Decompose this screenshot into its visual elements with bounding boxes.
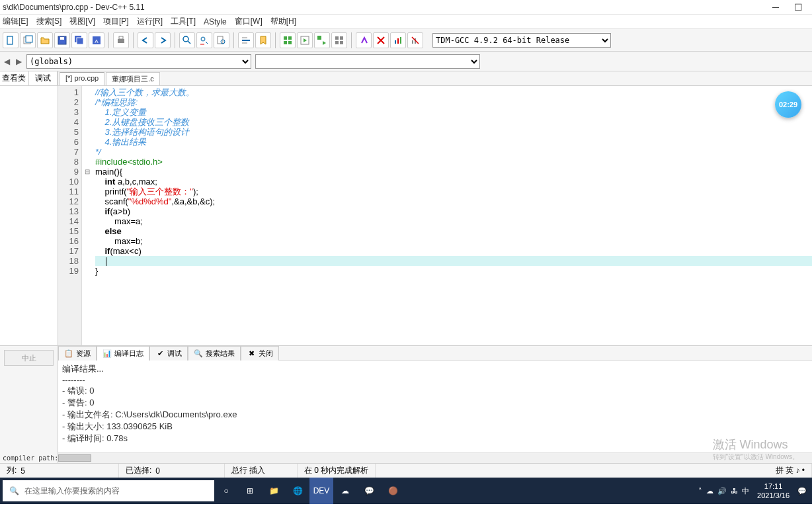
save-button[interactable] [54, 32, 70, 48]
close-icon: ✖ [247, 349, 256, 358]
svg-rect-32 [397, 38, 399, 44]
save-as-button[interactable]: A [89, 32, 104, 48]
tray-volume-icon[interactable]: 🔊 [717, 487, 727, 495]
classview-body [0, 86, 58, 345]
toggle-bookmark-button[interactable] [255, 32, 271, 48]
app-icon-1[interactable]: 🌐 [286, 478, 309, 504]
menu-help[interactable]: 帮助[H] [270, 16, 296, 27]
menu-tools[interactable]: 工具[T] [171, 16, 196, 27]
check-icon: ✔ [155, 349, 165, 358]
nav-right-button[interactable]: ▶ [15, 55, 22, 68]
tab-resource[interactable]: 📋资源 [58, 346, 97, 360]
compiler-select[interactable]: TDM-GCC 4.9.2 64-bit Release [432, 33, 611, 48]
main-area: 查看类 调试 [*] pro.cpp 董娜项目三.c 1234567891011… [0, 71, 812, 345]
code-editor[interactable]: 12345678910111213141516171819 ⊟ //输入三个数，… [58, 86, 812, 345]
tray-ime-icon[interactable]: 中 [742, 486, 749, 496]
notifications-icon[interactable]: 💬 [797, 487, 807, 495]
tray-network-icon[interactable]: 🖧 [731, 487, 738, 495]
tab-search-results[interactable]: 🔍搜索结果 [188, 346, 241, 360]
compile-button[interactable] [280, 32, 296, 48]
debug-button[interactable] [356, 32, 372, 48]
redo-button[interactable] [155, 32, 171, 48]
svg-rect-22 [288, 41, 292, 44]
search-placeholder: 在这里输入你要搜索的内容 [24, 486, 120, 497]
file-tabs: [*] pro.cpp 董娜项目三.c [58, 71, 812, 86]
devcpp-icon[interactable]: DEV [309, 478, 333, 504]
menu-astyle[interactable]: AStyle [204, 17, 227, 26]
toolbar: A TDM-GCC 4.9.2 64-bit Release [0, 29, 812, 52]
file-explorer-icon[interactable]: 📁 [262, 478, 286, 504]
file-tab-dongna[interactable]: 董娜项目三.c [106, 72, 160, 85]
symbols-select[interactable] [255, 54, 480, 69]
file-tab-pro-cpp[interactable]: [*] pro.cpp [60, 72, 104, 85]
compile-log-output[interactable]: 编译结果...--------- 错误: 0- 警告: 0- 输出文件名: C:… [58, 360, 812, 463]
menu-run[interactable]: 运行[R] [137, 16, 163, 27]
statusbar: 列:5 已选择:0 总行 插入 在 0 秒内完成解析 拼 英 ♪ • [0, 463, 812, 478]
delete-profile-button[interactable] [407, 32, 423, 48]
svg-rect-21 [284, 41, 287, 44]
profile-button[interactable] [390, 32, 406, 48]
taskbar-search[interactable]: 🔍 在这里输入你要搜索的内容 [3, 480, 214, 501]
svg-rect-27 [335, 41, 339, 44]
resource-icon: 📋 [64, 349, 73, 358]
new-file-button[interactable] [3, 32, 19, 48]
menu-view[interactable]: 视图[V] [69, 16, 95, 27]
system-tray[interactable]: ˄ ☁ 🔊 🖧 中 17:11 2021/3/16 💬 [693, 482, 812, 500]
compile-run-button[interactable] [314, 32, 330, 48]
navigation-bar: ◀ ▶ (globals) [0, 52, 812, 71]
svg-rect-31 [395, 40, 396, 44]
goto-line-button[interactable] [238, 32, 254, 48]
undo-button[interactable] [138, 32, 153, 48]
wechat-icon[interactable]: 💬 [357, 478, 381, 504]
app-icon-3[interactable]: 🟤 [381, 478, 405, 504]
menu-window[interactable]: 窗口[W] [235, 16, 263, 27]
minimize-button[interactable]: ─ [764, 1, 787, 14]
replace-button[interactable] [196, 32, 212, 48]
svg-rect-19 [284, 36, 287, 40]
bottom-left-panel: 中止 compiler path: [0, 346, 58, 463]
tray-up-icon[interactable]: ˄ [698, 487, 702, 495]
scrollbar-thumb[interactable] [58, 454, 91, 462]
nav-left-button[interactable]: ◀ [3, 55, 11, 68]
globals-select[interactable]: (globals) [26, 54, 251, 69]
horizontal-scrollbar[interactable] [58, 452, 812, 463]
svg-line-12 [188, 41, 190, 44]
tab-debug[interactable]: 调试 [29, 71, 58, 85]
taskbar-clock[interactable]: 17:11 2021/3/16 [753, 482, 793, 500]
svg-rect-0 [7, 36, 13, 44]
ime-status[interactable]: 拼 英 ♪ • [769, 464, 812, 478]
svg-point-11 [183, 36, 188, 42]
cortana-icon[interactable]: ○ [214, 478, 238, 504]
tab-debug-bottom[interactable]: ✔调试 [149, 346, 188, 360]
task-view-icon[interactable]: ⊞ [238, 478, 262, 504]
menu-edit[interactable]: 编辑[E] [3, 16, 28, 27]
titlebar: s\dk\Documents\pro.cpp - Dev-C++ 5.11 ─ … [0, 0, 812, 15]
abort-button[interactable]: 中止 [4, 350, 54, 366]
tab-classview[interactable]: 查看类 [0, 71, 29, 85]
editor-zone: [*] pro.cpp 董娜项目三.c 12345678910111213141… [58, 71, 812, 345]
stop-button[interactable] [373, 32, 389, 48]
app-icon-2[interactable]: ☁ [333, 478, 357, 504]
menu-project[interactable]: 项目[P] [103, 16, 129, 27]
tray-cloud-icon[interactable]: ☁ [706, 487, 713, 495]
find-button[interactable] [179, 32, 195, 48]
window-title: s\dk\Documents\pro.cpp - Dev-C++ 5.11 [3, 3, 764, 12]
menu-search[interactable]: 搜索[S] [36, 16, 62, 27]
find-in-files-button[interactable] [214, 32, 229, 48]
new-project-button[interactable] [20, 32, 36, 48]
maximize-button[interactable]: ☐ [787, 1, 809, 14]
svg-text:A: A [95, 38, 99, 44]
open-button[interactable] [37, 32, 53, 48]
rebuild-button[interactable] [331, 32, 347, 48]
code-lines[interactable]: //输入三个数，求最大数。/*编程思路: 1.定义变量 2.从键盘接收三个整数 … [93, 86, 812, 345]
run-button[interactable] [297, 32, 313, 48]
svg-rect-9 [118, 39, 124, 43]
timer-badge[interactable]: 02:29 [775, 91, 801, 118]
print-button[interactable] [113, 32, 129, 48]
fold-column[interactable]: ⊟ [82, 86, 93, 345]
tab-compile-log[interactable]: 📊编译日志 [97, 346, 149, 360]
tab-close[interactable]: ✖关闭 [241, 346, 279, 360]
chart-icon: 📊 [102, 349, 112, 358]
sel-value: 0 [155, 466, 160, 476]
save-all-button[interactable] [71, 32, 87, 48]
